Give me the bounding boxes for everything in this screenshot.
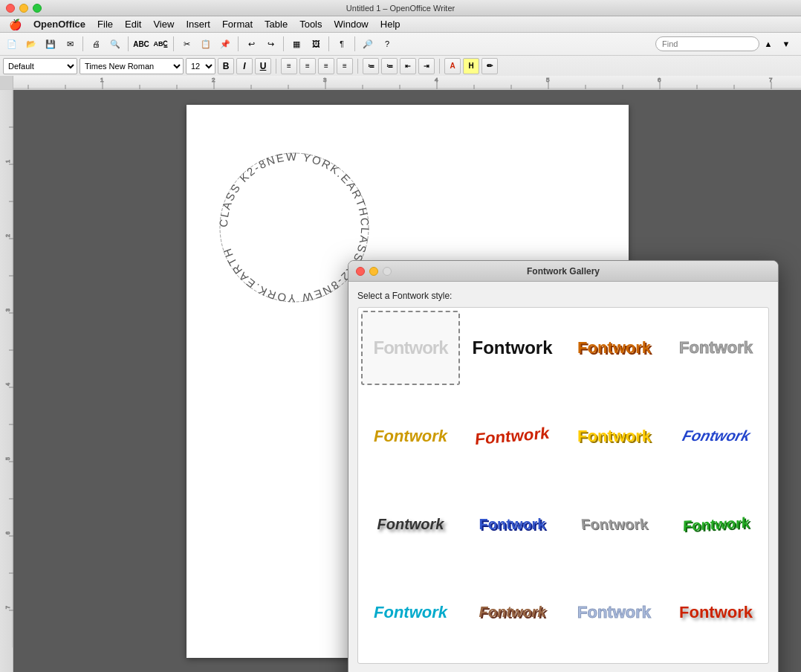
gallery-item-14[interactable]: Fontwork	[565, 575, 664, 650]
gallery-item-5[interactable]: Fontwork	[463, 399, 562, 474]
dialog-body: Select a Fontwork style: Fontwork Fontwo…	[348, 282, 778, 672]
fontwork-preview-7: Fontwork	[680, 427, 751, 445]
fontwork-preview-6: Fontwork	[577, 427, 651, 446]
dialog-close-button[interactable]	[356, 267, 365, 276]
fontwork-preview-1: Fontwork	[473, 337, 553, 358]
dialog-titlebar: Fontwork Gallery	[348, 261, 778, 282]
gallery-item-15[interactable]: Fontwork	[667, 575, 765, 650]
fontwork-preview-4: Fontwork	[374, 427, 447, 446]
fontwork-gallery-grid: Fontwork Fontwork Fontwork Fontwork Font…	[357, 307, 769, 664]
fontwork-preview-5: Fontwork	[474, 423, 550, 449]
dialog-window-controls[interactable]	[356, 267, 392, 276]
gallery-item-11[interactable]: Fontwork	[667, 487, 765, 561]
fontwork-preview-2: Fontwork	[577, 338, 651, 358]
gallery-item-12[interactable]: Fontwork	[361, 575, 460, 650]
fontwork-preview-14: Fontwork	[577, 603, 651, 622]
fontwork-preview-8: Fontwork	[377, 516, 444, 533]
fontwork-preview-15: Fontwork	[679, 603, 753, 622]
dialog-min-button[interactable]	[369, 267, 378, 276]
gallery-item-3[interactable]: Fontwork	[667, 311, 765, 385]
fontwork-preview-13: Fontwork	[479, 604, 546, 621]
gallery-item-6[interactable]: Fontwork	[565, 399, 664, 474]
fontwork-preview-10: Fontwork	[580, 516, 648, 533]
dialog-title: Fontwork Gallery	[527, 266, 600, 277]
fontwork-gallery-dialog: Fontwork Gallery Select a Fontwork style…	[348, 260, 779, 672]
fontwork-preview-3: Fontwork	[679, 338, 753, 358]
dialog-label: Select a Fontwork style:	[357, 291, 769, 301]
gallery-item-9[interactable]: Fontwork	[463, 487, 562, 561]
gallery-item-10[interactable]: Fontwork	[565, 487, 664, 561]
modal-overlay: Fontwork Gallery Select a Fontwork style…	[0, 0, 801, 672]
gallery-item-4[interactable]: Fontwork	[361, 399, 460, 474]
fontwork-preview-11: Fontwork	[682, 514, 750, 534]
gallery-item-7[interactable]: Fontwork	[667, 399, 765, 474]
gallery-item-2[interactable]: Fontwork	[565, 311, 664, 385]
dialog-max-button[interactable]	[383, 267, 392, 276]
fontwork-preview-0: Fontwork	[374, 337, 448, 358]
fontwork-preview-9: Fontwork	[479, 516, 546, 533]
gallery-item-0[interactable]: Fontwork	[361, 311, 460, 385]
gallery-item-1[interactable]: Fontwork	[463, 311, 562, 385]
fontwork-preview-12: Fontwork	[374, 603, 447, 622]
gallery-item-13[interactable]: Fontwork	[463, 575, 562, 650]
gallery-item-8[interactable]: Fontwork	[361, 487, 460, 561]
